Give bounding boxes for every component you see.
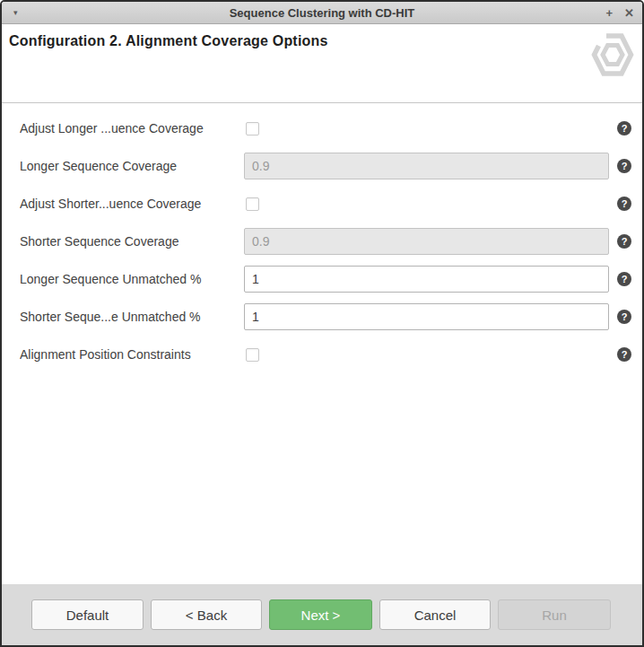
form-row: Alignment Position Constraints ? bbox=[20, 336, 631, 373]
help-icon[interactable]: ? bbox=[617, 159, 631, 173]
field-label: Adjust Shorter...uence Coverage bbox=[20, 197, 244, 211]
field-label: Longer Sequence Coverage bbox=[20, 159, 244, 173]
button-cancel[interactable]: Cancel bbox=[379, 599, 491, 630]
maximize-button[interactable]: + bbox=[606, 7, 614, 19]
form-row: Longer Sequence Unmatched % ? bbox=[20, 260, 631, 298]
field-label: Longer Sequence Unmatched % bbox=[20, 272, 244, 286]
checkbox[interactable] bbox=[246, 197, 259, 211]
form: Adjust Longer ...uence Coverage ? Longer… bbox=[2, 103, 642, 584]
window-controls: + ✕ bbox=[606, 2, 635, 23]
dialog-window: ▾ Sequence Clustering with CD-HIT + ✕ Co… bbox=[0, 0, 644, 647]
button-next[interactable]: Next > bbox=[269, 599, 372, 630]
form-row: Longer Sequence Coverage ? bbox=[20, 147, 631, 185]
checkbox[interactable] bbox=[246, 348, 259, 362]
help-icon[interactable]: ? bbox=[617, 121, 631, 136]
footer-buttons: Default< BackNext >CancelRun bbox=[31, 599, 642, 630]
button-back[interactable]: < Back bbox=[151, 599, 262, 630]
text-field[interactable] bbox=[244, 303, 609, 330]
text-field bbox=[244, 153, 609, 179]
window-menu-icon[interactable]: ▾ bbox=[13, 9, 18, 17]
field-label: Shorter Seque...e Unmatched % bbox=[20, 310, 244, 324]
form-row: Shorter Seque...e Unmatched % ? bbox=[20, 298, 631, 336]
footer: Default< BackNext >CancelRun bbox=[2, 584, 642, 645]
page-title: Configuration 2. Alignment Coverage Opti… bbox=[9, 33, 633, 49]
close-button[interactable]: ✕ bbox=[624, 7, 634, 19]
help-icon[interactable]: ? bbox=[617, 347, 631, 362]
help-icon[interactable]: ? bbox=[617, 234, 631, 249]
form-row: Shorter Sequence Coverage ? bbox=[20, 223, 631, 260]
titlebar: ▾ Sequence Clustering with CD-HIT + ✕ bbox=[2, 2, 642, 24]
field-label: Alignment Position Constraints bbox=[20, 347, 244, 362]
checkbox[interactable] bbox=[246, 122, 259, 136]
field-label: Shorter Sequence Coverage bbox=[20, 234, 244, 249]
help-icon[interactable]: ? bbox=[617, 310, 631, 324]
text-field[interactable] bbox=[244, 266, 609, 293]
button-default[interactable]: Default bbox=[31, 599, 144, 630]
text-field bbox=[244, 228, 609, 255]
hexagon-logo-icon bbox=[591, 31, 634, 82]
window-title: Sequence Clustering with CD-HIT bbox=[230, 6, 415, 20]
form-row: Adjust Longer ...uence Coverage ? bbox=[20, 109, 631, 147]
help-icon[interactable]: ? bbox=[617, 272, 631, 286]
header: Configuration 2. Alignment Coverage Opti… bbox=[2, 24, 642, 103]
field-label: Adjust Longer ...uence Coverage bbox=[20, 121, 244, 136]
button-run: Run bbox=[498, 599, 611, 630]
form-row: Adjust Shorter...uence Coverage ? bbox=[20, 185, 631, 223]
help-icon[interactable]: ? bbox=[617, 197, 631, 211]
